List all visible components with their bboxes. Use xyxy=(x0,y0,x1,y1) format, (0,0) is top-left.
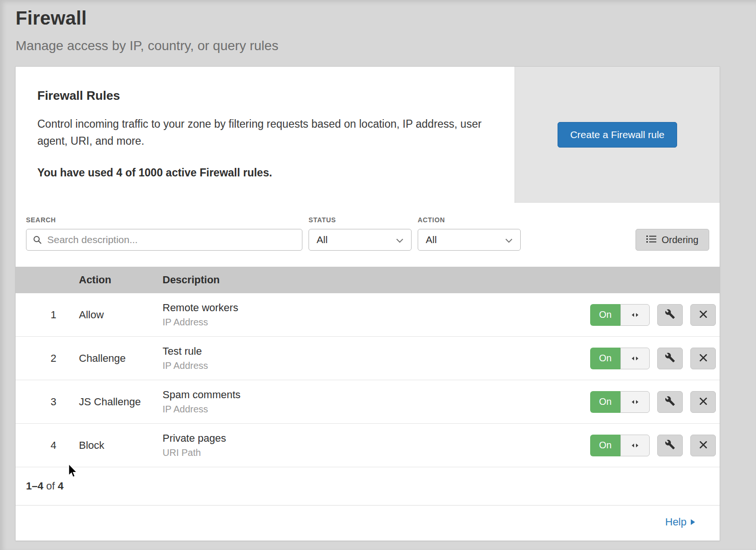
toggle-state-label: On xyxy=(590,348,620,369)
rules-usage-count: You have used 4 of 1000 active Firewall … xyxy=(37,166,492,179)
rule-description: Private pages xyxy=(163,432,590,445)
rule-enabled-toggle[interactable]: On xyxy=(590,435,650,456)
create-firewall-rule-button[interactable]: Create a Firewall rule xyxy=(558,122,678,148)
chevron-down-icon xyxy=(505,234,513,245)
action-label: ACTION xyxy=(418,216,521,224)
rule-action: Allow xyxy=(79,309,163,321)
edit-rule-button[interactable] xyxy=(657,348,683,369)
table-header: Action Description xyxy=(16,267,720,293)
column-description: Description xyxy=(163,274,720,286)
close-icon xyxy=(699,397,707,407)
help-arrow-icon xyxy=(691,519,695,525)
toggle-state-label: On xyxy=(590,435,620,456)
rule-enabled-toggle[interactable]: On xyxy=(590,348,650,369)
filter-bar: SEARCH STATUS All ACTION All xyxy=(16,203,720,267)
table-row: 2 Challenge Test rule IP Address On xyxy=(16,337,720,380)
search-wrap xyxy=(26,229,302,251)
rule-match-type: IP Address xyxy=(163,317,590,328)
page-header: Firewall Manage access by IP, country, o… xyxy=(0,0,756,53)
rules-intro: Firewall Rules Control incoming traffic … xyxy=(16,67,515,203)
rule-priority: 1 xyxy=(16,309,79,321)
pagination-total: 4 xyxy=(58,480,63,492)
wrench-icon xyxy=(665,439,675,451)
rules-heading: Firewall Rules xyxy=(37,88,492,103)
wrench-icon xyxy=(665,352,675,364)
left-right-arrows-icon xyxy=(631,441,639,450)
rule-description: Spam comments xyxy=(163,389,590,401)
rule-match-type: IP Address xyxy=(163,404,590,415)
search-icon xyxy=(33,235,42,246)
wrench-icon xyxy=(665,309,675,321)
edit-rule-button[interactable] xyxy=(657,435,683,456)
rule-priority: 2 xyxy=(16,352,79,365)
rules-description: Control incoming traffic to your zone by… xyxy=(37,115,486,149)
toggle-state-label: On xyxy=(590,304,620,326)
rule-priority: 4 xyxy=(16,439,79,452)
ordering-button-label: Ordering xyxy=(662,235,698,245)
table-row: 1 Allow Remote workers IP Address On xyxy=(16,293,720,337)
help-link[interactable]: Help xyxy=(665,516,687,528)
edit-rule-button[interactable] xyxy=(657,304,683,326)
page-subtitle: Manage access by IP, country, or query r… xyxy=(16,38,737,53)
rule-enabled-toggle[interactable]: On xyxy=(590,391,650,413)
delete-rule-button[interactable] xyxy=(690,391,716,413)
delete-rule-button[interactable] xyxy=(690,435,716,456)
rule-action: Challenge xyxy=(79,352,163,365)
search-input[interactable] xyxy=(26,229,302,251)
delete-rule-button[interactable] xyxy=(690,304,716,326)
pagination-range: 1–4 xyxy=(26,480,43,492)
ordering-button[interactable]: Ordering xyxy=(636,229,709,251)
action-selected-value: All xyxy=(426,234,437,245)
help-row: Help xyxy=(16,506,720,541)
rule-description-cell: Spam comments IP Address xyxy=(163,389,590,415)
search-filter-group: SEARCH xyxy=(26,216,302,251)
column-action: Action xyxy=(79,274,163,286)
close-icon xyxy=(699,354,707,363)
action-filter-group: ACTION All xyxy=(418,216,521,251)
status-label: STATUS xyxy=(309,216,412,224)
status-selected-value: All xyxy=(317,234,327,245)
left-right-arrows-icon xyxy=(631,398,639,406)
toggle-drag-handle[interactable] xyxy=(620,304,650,326)
toggle-drag-handle[interactable] xyxy=(620,435,650,456)
table-row: 3 JS Challenge Spam comments IP Address … xyxy=(16,380,720,424)
pagination-summary: 1–4 of 4 xyxy=(16,467,720,505)
rule-match-type: URI Path xyxy=(163,447,590,458)
firewall-rules-card: Firewall Rules Control incoming traffic … xyxy=(16,67,720,541)
page-title: Firewall xyxy=(16,8,737,29)
toggle-drag-handle[interactable] xyxy=(620,391,650,413)
table-row: 4 Block Private pages URI Path On xyxy=(16,424,720,467)
left-right-arrows-icon xyxy=(631,354,639,363)
wrench-icon xyxy=(665,396,675,408)
left-right-arrows-icon xyxy=(631,311,639,319)
delete-rule-button[interactable] xyxy=(690,348,716,369)
card-top-section: Firewall Rules Control incoming traffic … xyxy=(16,67,720,203)
search-label: SEARCH xyxy=(26,216,302,224)
close-icon xyxy=(699,310,707,320)
rule-description-cell: Test rule IP Address xyxy=(163,345,590,371)
rule-description: Remote workers xyxy=(163,302,590,314)
rule-match-type: IP Address xyxy=(163,360,590,371)
pagination-of: of xyxy=(43,480,58,492)
toggle-state-label: On xyxy=(590,391,620,413)
rule-controls: On xyxy=(590,391,720,413)
rule-description: Test rule xyxy=(163,345,590,358)
toggle-drag-handle[interactable] xyxy=(620,348,650,369)
rule-action: JS Challenge xyxy=(79,396,163,408)
chevron-down-icon xyxy=(396,234,404,245)
rule-controls: On xyxy=(590,435,720,456)
rule-enabled-toggle[interactable]: On xyxy=(590,304,650,326)
status-filter-group: STATUS All xyxy=(309,216,412,251)
rule-action: Block xyxy=(79,439,163,452)
list-ordering-icon xyxy=(646,235,656,245)
status-select[interactable]: All xyxy=(309,229,412,251)
edit-rule-button[interactable] xyxy=(657,391,683,413)
rule-description-cell: Private pages URI Path xyxy=(163,432,590,458)
rule-description-cell: Remote workers IP Address xyxy=(163,302,590,328)
action-select[interactable]: All xyxy=(418,229,521,251)
rule-priority: 3 xyxy=(16,396,79,408)
rule-controls: On xyxy=(590,304,720,326)
create-rule-panel: Create a Firewall rule xyxy=(515,67,720,203)
close-icon xyxy=(699,441,707,450)
rule-controls: On xyxy=(590,348,720,369)
